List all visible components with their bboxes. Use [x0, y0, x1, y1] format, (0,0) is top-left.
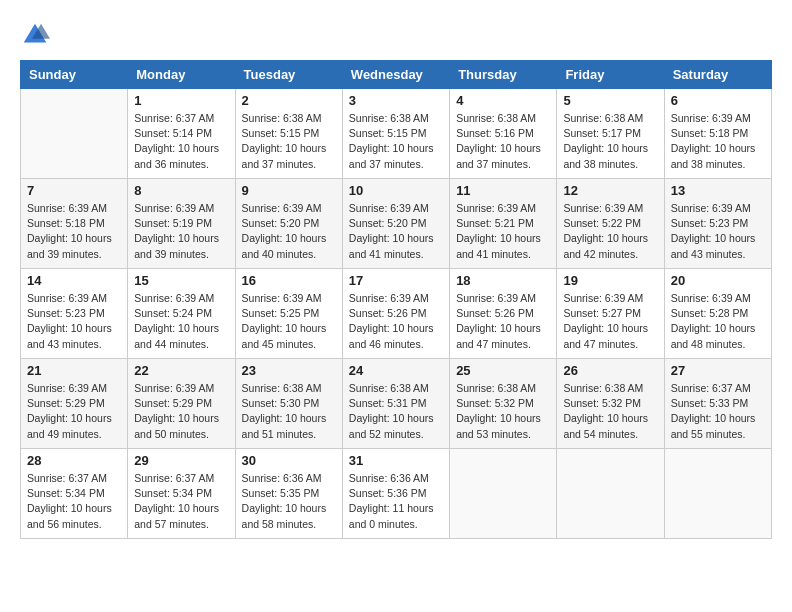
day-number: 11 [456, 183, 550, 198]
day-number: 21 [27, 363, 121, 378]
day-info: Sunrise: 6:39 AMSunset: 5:21 PMDaylight:… [456, 201, 550, 262]
calendar-week-row: 7Sunrise: 6:39 AMSunset: 5:18 PMDaylight… [21, 179, 772, 269]
day-number: 17 [349, 273, 443, 288]
day-info: Sunrise: 6:39 AMSunset: 5:18 PMDaylight:… [27, 201, 121, 262]
day-info: Sunrise: 6:38 AMSunset: 5:32 PMDaylight:… [563, 381, 657, 442]
calendar-cell: 31Sunrise: 6:36 AMSunset: 5:36 PMDayligh… [342, 449, 449, 539]
weekday-header: Friday [557, 61, 664, 89]
calendar-cell: 14Sunrise: 6:39 AMSunset: 5:23 PMDayligh… [21, 269, 128, 359]
calendar-header: SundayMondayTuesdayWednesdayThursdayFrid… [21, 61, 772, 89]
weekday-row: SundayMondayTuesdayWednesdayThursdayFrid… [21, 61, 772, 89]
day-number: 18 [456, 273, 550, 288]
calendar-cell: 15Sunrise: 6:39 AMSunset: 5:24 PMDayligh… [128, 269, 235, 359]
day-number: 8 [134, 183, 228, 198]
calendar-cell: 6Sunrise: 6:39 AMSunset: 5:18 PMDaylight… [664, 89, 771, 179]
day-info: Sunrise: 6:38 AMSunset: 5:16 PMDaylight:… [456, 111, 550, 172]
calendar-cell: 30Sunrise: 6:36 AMSunset: 5:35 PMDayligh… [235, 449, 342, 539]
day-number: 25 [456, 363, 550, 378]
calendar-cell: 21Sunrise: 6:39 AMSunset: 5:29 PMDayligh… [21, 359, 128, 449]
calendar-cell: 29Sunrise: 6:37 AMSunset: 5:34 PMDayligh… [128, 449, 235, 539]
calendar-cell [557, 449, 664, 539]
weekday-header: Tuesday [235, 61, 342, 89]
calendar-cell: 26Sunrise: 6:38 AMSunset: 5:32 PMDayligh… [557, 359, 664, 449]
day-info: Sunrise: 6:38 AMSunset: 5:31 PMDaylight:… [349, 381, 443, 442]
day-info: Sunrise: 6:38 AMSunset: 5:32 PMDaylight:… [456, 381, 550, 442]
calendar-week-row: 14Sunrise: 6:39 AMSunset: 5:23 PMDayligh… [21, 269, 772, 359]
day-number: 7 [27, 183, 121, 198]
calendar-cell: 25Sunrise: 6:38 AMSunset: 5:32 PMDayligh… [450, 359, 557, 449]
day-info: Sunrise: 6:37 AMSunset: 5:33 PMDaylight:… [671, 381, 765, 442]
day-number: 19 [563, 273, 657, 288]
calendar-cell: 10Sunrise: 6:39 AMSunset: 5:20 PMDayligh… [342, 179, 449, 269]
calendar-cell: 1Sunrise: 6:37 AMSunset: 5:14 PMDaylight… [128, 89, 235, 179]
calendar-cell: 5Sunrise: 6:38 AMSunset: 5:17 PMDaylight… [557, 89, 664, 179]
day-info: Sunrise: 6:37 AMSunset: 5:14 PMDaylight:… [134, 111, 228, 172]
calendar-cell: 13Sunrise: 6:39 AMSunset: 5:23 PMDayligh… [664, 179, 771, 269]
calendar-cell: 16Sunrise: 6:39 AMSunset: 5:25 PMDayligh… [235, 269, 342, 359]
calendar-cell: 8Sunrise: 6:39 AMSunset: 5:19 PMDaylight… [128, 179, 235, 269]
day-number: 31 [349, 453, 443, 468]
calendar-cell: 17Sunrise: 6:39 AMSunset: 5:26 PMDayligh… [342, 269, 449, 359]
day-info: Sunrise: 6:37 AMSunset: 5:34 PMDaylight:… [27, 471, 121, 532]
calendar-body: 1Sunrise: 6:37 AMSunset: 5:14 PMDaylight… [21, 89, 772, 539]
calendar-cell: 20Sunrise: 6:39 AMSunset: 5:28 PMDayligh… [664, 269, 771, 359]
day-info: Sunrise: 6:39 AMSunset: 5:23 PMDaylight:… [671, 201, 765, 262]
day-info: Sunrise: 6:39 AMSunset: 5:24 PMDaylight:… [134, 291, 228, 352]
day-info: Sunrise: 6:39 AMSunset: 5:20 PMDaylight:… [349, 201, 443, 262]
calendar-cell: 27Sunrise: 6:37 AMSunset: 5:33 PMDayligh… [664, 359, 771, 449]
day-number: 6 [671, 93, 765, 108]
day-number: 22 [134, 363, 228, 378]
calendar-cell: 2Sunrise: 6:38 AMSunset: 5:15 PMDaylight… [235, 89, 342, 179]
day-number: 1 [134, 93, 228, 108]
calendar-week-row: 1Sunrise: 6:37 AMSunset: 5:14 PMDaylight… [21, 89, 772, 179]
calendar-cell: 24Sunrise: 6:38 AMSunset: 5:31 PMDayligh… [342, 359, 449, 449]
day-info: Sunrise: 6:39 AMSunset: 5:18 PMDaylight:… [671, 111, 765, 172]
day-info: Sunrise: 6:36 AMSunset: 5:35 PMDaylight:… [242, 471, 336, 532]
calendar-cell: 9Sunrise: 6:39 AMSunset: 5:20 PMDaylight… [235, 179, 342, 269]
day-info: Sunrise: 6:39 AMSunset: 5:19 PMDaylight:… [134, 201, 228, 262]
calendar-cell: 28Sunrise: 6:37 AMSunset: 5:34 PMDayligh… [21, 449, 128, 539]
calendar-cell: 22Sunrise: 6:39 AMSunset: 5:29 PMDayligh… [128, 359, 235, 449]
weekday-header: Saturday [664, 61, 771, 89]
day-info: Sunrise: 6:39 AMSunset: 5:29 PMDaylight:… [27, 381, 121, 442]
calendar-cell: 11Sunrise: 6:39 AMSunset: 5:21 PMDayligh… [450, 179, 557, 269]
day-number: 13 [671, 183, 765, 198]
day-number: 26 [563, 363, 657, 378]
calendar-cell [450, 449, 557, 539]
day-number: 12 [563, 183, 657, 198]
day-info: Sunrise: 6:38 AMSunset: 5:15 PMDaylight:… [349, 111, 443, 172]
day-info: Sunrise: 6:36 AMSunset: 5:36 PMDaylight:… [349, 471, 443, 532]
day-info: Sunrise: 6:39 AMSunset: 5:29 PMDaylight:… [134, 381, 228, 442]
logo [20, 20, 52, 50]
day-number: 28 [27, 453, 121, 468]
day-number: 5 [563, 93, 657, 108]
day-number: 4 [456, 93, 550, 108]
day-info: Sunrise: 6:39 AMSunset: 5:26 PMDaylight:… [349, 291, 443, 352]
day-info: Sunrise: 6:38 AMSunset: 5:17 PMDaylight:… [563, 111, 657, 172]
day-info: Sunrise: 6:39 AMSunset: 5:22 PMDaylight:… [563, 201, 657, 262]
day-number: 27 [671, 363, 765, 378]
calendar-cell: 19Sunrise: 6:39 AMSunset: 5:27 PMDayligh… [557, 269, 664, 359]
day-number: 29 [134, 453, 228, 468]
day-number: 24 [349, 363, 443, 378]
day-number: 23 [242, 363, 336, 378]
weekday-header: Monday [128, 61, 235, 89]
day-info: Sunrise: 6:37 AMSunset: 5:34 PMDaylight:… [134, 471, 228, 532]
day-info: Sunrise: 6:39 AMSunset: 5:27 PMDaylight:… [563, 291, 657, 352]
calendar-cell: 3Sunrise: 6:38 AMSunset: 5:15 PMDaylight… [342, 89, 449, 179]
day-number: 9 [242, 183, 336, 198]
calendar-cell: 23Sunrise: 6:38 AMSunset: 5:30 PMDayligh… [235, 359, 342, 449]
day-number: 16 [242, 273, 336, 288]
calendar-cell: 12Sunrise: 6:39 AMSunset: 5:22 PMDayligh… [557, 179, 664, 269]
calendar-cell: 18Sunrise: 6:39 AMSunset: 5:26 PMDayligh… [450, 269, 557, 359]
calendar-week-row: 28Sunrise: 6:37 AMSunset: 5:34 PMDayligh… [21, 449, 772, 539]
page-header [20, 20, 772, 50]
day-info: Sunrise: 6:39 AMSunset: 5:23 PMDaylight:… [27, 291, 121, 352]
day-number: 20 [671, 273, 765, 288]
weekday-header: Wednesday [342, 61, 449, 89]
weekday-header: Thursday [450, 61, 557, 89]
calendar-cell [21, 89, 128, 179]
day-number: 14 [27, 273, 121, 288]
calendar-week-row: 21Sunrise: 6:39 AMSunset: 5:29 PMDayligh… [21, 359, 772, 449]
calendar-table: SundayMondayTuesdayWednesdayThursdayFrid… [20, 60, 772, 539]
